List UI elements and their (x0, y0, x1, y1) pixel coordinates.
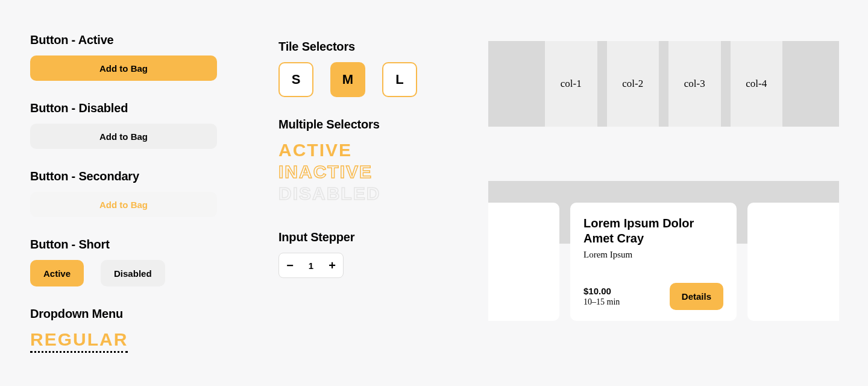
multi-option-inactive[interactable]: INACTIVE (278, 162, 447, 182)
add-to-bag-button-disabled: Add to Bag (30, 124, 217, 149)
heading-button-disabled: Button - Disabled (30, 101, 241, 115)
grid-gap (659, 41, 668, 127)
grid-gap (597, 41, 607, 127)
quantity-stepper: − 1 + (278, 253, 344, 278)
heading-button-short: Button - Short (30, 238, 241, 252)
grid-demo: col-1 col-2 col-3 col-4 (488, 41, 839, 127)
heading-button-secondary: Button - Secondary (30, 169, 241, 183)
heading-input-stepper: Input Stepper (278, 230, 447, 244)
stepper-increment[interactable]: + (321, 253, 343, 277)
heading-multiple-selectors: Multiple Selectors (278, 118, 447, 131)
carousel-card-next[interactable] (747, 203, 839, 321)
card-title: Lorem Ipsum Dolor Amet Cray (583, 216, 723, 246)
short-button-active[interactable]: Active (30, 260, 84, 286)
heading-dropdown: Dropdown Menu (30, 307, 241, 321)
multi-option-disabled: DISABLED (278, 183, 447, 204)
card-subtitle: Lorem Ipsum (583, 250, 723, 260)
grid-col-2: col-2 (607, 41, 659, 127)
tile-option-s[interactable]: S (278, 62, 313, 97)
details-button[interactable]: Details (670, 283, 723, 310)
grid-rail-left (488, 41, 545, 127)
grid-col-3: col-3 (668, 41, 721, 127)
stepper-decrement[interactable]: − (279, 253, 301, 277)
card-eta: 10–15 min (583, 297, 620, 307)
grid-col-4: col-4 (731, 41, 783, 127)
multi-option-active[interactable]: ACTIVE (278, 140, 447, 160)
short-button-disabled: Disabled (101, 260, 165, 286)
grid-gap (721, 41, 731, 127)
add-to-bag-button-active[interactable]: Add to Bag (30, 55, 217, 81)
stepper-value: 1 (301, 261, 321, 271)
card-carousel: Lorem Ipsum Dolor Amet Cray Lorem Ipsum … (488, 181, 839, 331)
card-price: $10.00 (583, 286, 620, 296)
carousel-card-current: Lorem Ipsum Dolor Amet Cray Lorem Ipsum … (570, 203, 737, 321)
tile-option-m[interactable]: M (330, 62, 365, 97)
dropdown-value[interactable]: REGULAR (30, 329, 128, 353)
heading-button-active: Button - Active (30, 33, 241, 47)
tile-option-l[interactable]: L (382, 62, 417, 97)
carousel-card-prev[interactable] (488, 203, 559, 321)
heading-tile-selectors: Tile Selectors (278, 40, 447, 54)
grid-rail-right (782, 41, 839, 127)
add-to-bag-button-secondary[interactable]: Add to Bag (30, 192, 217, 217)
grid-col-1: col-1 (545, 41, 597, 127)
